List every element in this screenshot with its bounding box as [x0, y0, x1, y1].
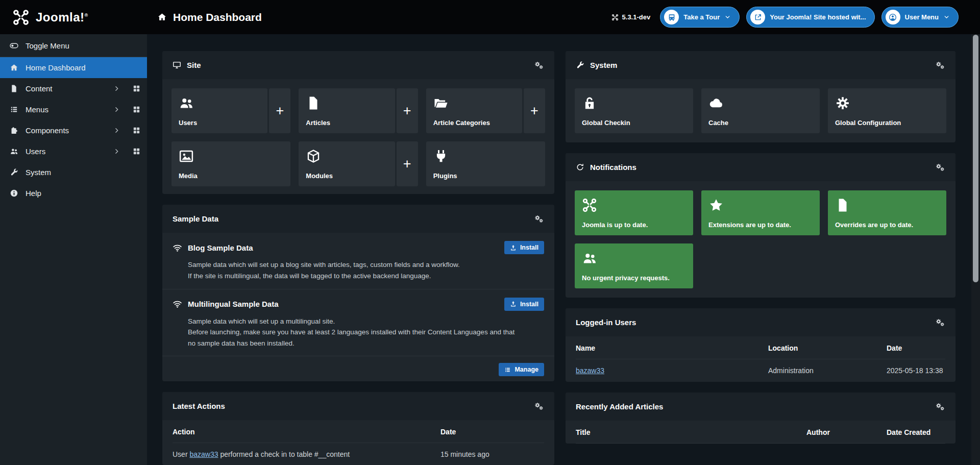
- tile-media[interactable]: Media: [172, 141, 290, 186]
- site-card-header: Site: [162, 51, 554, 79]
- registered-mark: ®: [85, 13, 88, 18]
- lock-icon: [582, 95, 597, 111]
- folder-open-icon: [433, 95, 449, 111]
- extensions-status-tile[interactable]: Extensions are up to date.: [701, 190, 820, 235]
- sidebar-item-components[interactable]: Components: [0, 120, 147, 141]
- bus-icon: [668, 13, 676, 21]
- cogs-icon: [533, 401, 544, 411]
- column-header-location: Location: [768, 344, 887, 352]
- take-a-tour-button[interactable]: Take a Tour: [660, 7, 740, 28]
- scrollbar-thumb[interactable]: [973, 35, 978, 282]
- header-actions: 5.3.1-dev Take a Tour Your Joomla! Site …: [611, 7, 980, 28]
- install-multilingual-sample-button[interactable]: Install: [504, 298, 544, 311]
- sample-data-description: Sample data which will set up a multilin…: [188, 316, 524, 349]
- dashboard-grid-icon[interactable]: [132, 105, 141, 114]
- table-row: User bazaw33 performed a check in to tab…: [173, 443, 544, 465]
- cube-icon: [306, 149, 321, 164]
- tile-cache[interactable]: Cache: [701, 88, 820, 133]
- article-icon: [306, 95, 321, 111]
- tile-users[interactable]: Users: [172, 88, 267, 133]
- list-icon: [10, 105, 18, 114]
- tile-global-checkin[interactable]: Global Checkin: [575, 88, 693, 133]
- sidebar-item-content[interactable]: Content: [0, 78, 147, 99]
- card-options-button[interactable]: [935, 162, 945, 173]
- add-category-button[interactable]: +: [524, 88, 545, 133]
- tile-articles[interactable]: Articles: [299, 88, 395, 133]
- logged-in-users-card: Logged-in Users Name Location Date bazaw…: [566, 308, 955, 382]
- info-icon: [10, 189, 18, 198]
- sidebar-item-users[interactable]: Users: [0, 141, 147, 162]
- card-options-button[interactable]: [935, 401, 945, 412]
- cogs-icon: [533, 60, 544, 70]
- add-module-button[interactable]: +: [397, 141, 418, 186]
- sidebar-item-system[interactable]: System: [0, 162, 147, 183]
- user-link[interactable]: bazaw33: [189, 450, 218, 458]
- latest-actions-card: Latest Actions Action Date User bazaw33 …: [162, 392, 554, 465]
- wifi-icon: [173, 243, 182, 253]
- tile-article-categories[interactable]: Article Categories: [426, 88, 522, 133]
- card-options-button[interactable]: [533, 60, 544, 70]
- tile-plugins[interactable]: Plugins: [426, 141, 545, 186]
- users-icon: [582, 251, 597, 266]
- overrides-status-tile[interactable]: Overrides are up to date.: [828, 190, 946, 235]
- card-options-button[interactable]: [935, 60, 945, 70]
- system-card-header: System: [566, 51, 955, 79]
- chevron-right-icon: [113, 127, 120, 134]
- page-scrollbar[interactable]: [971, 34, 980, 465]
- sample-data-card-header: Sample Data: [162, 205, 554, 233]
- gear-icon: [835, 95, 850, 111]
- user-icon-circle: [886, 10, 900, 25]
- sidebar-item-home-dashboard[interactable]: Home Dashboard: [0, 57, 147, 78]
- site-card: Site Users + Articles +: [162, 51, 554, 194]
- card-title: Latest Actions: [173, 402, 225, 410]
- date-cell: 2025-05-18 13:38: [887, 366, 945, 375]
- logo-text: Joomla!®: [36, 10, 88, 25]
- card-title: System: [590, 61, 617, 69]
- sidebar-item-toggle-menu[interactable]: Toggle Menu: [0, 34, 147, 57]
- puzzle-icon: [10, 126, 18, 135]
- dashboard-grid-icon[interactable]: [132, 126, 141, 135]
- joomla-update-status-tile[interactable]: Joomla is up to date.: [575, 190, 693, 235]
- card-options-button[interactable]: [533, 213, 544, 224]
- card-options-button[interactable]: [533, 401, 544, 411]
- column-header-action: Action: [173, 428, 440, 436]
- dashboard-grid-icon[interactable]: [132, 147, 141, 156]
- column-header-name: Name: [576, 344, 768, 352]
- date-cell: 15 minutes ago: [440, 450, 544, 458]
- page-title-text: Home Dashboard: [173, 11, 262, 23]
- manage-button[interactable]: Manage: [499, 363, 544, 376]
- sidebar-item-menus[interactable]: Menus: [0, 99, 147, 120]
- version-label: 5.3.1-dev: [611, 13, 651, 21]
- chevron-right-icon: [113, 148, 120, 155]
- card-options-button[interactable]: [935, 317, 945, 328]
- recent-articles-card-header: Recently Added Articles: [566, 393, 955, 421]
- joomla-logo[interactable]: Joomla!®: [0, 9, 147, 26]
- page-title: Home Dashboard: [147, 11, 262, 23]
- notifications-card-header: Notifications: [566, 153, 955, 181]
- chevron-down-icon: [943, 14, 950, 20]
- chevron-right-icon: [113, 106, 120, 113]
- user-link[interactable]: bazaw33: [576, 366, 604, 375]
- logged-in-users-card-header: Logged-in Users: [566, 308, 955, 336]
- privacy-requests-tile[interactable]: No urgent privacy requests.: [575, 243, 693, 288]
- add-user-button[interactable]: +: [269, 88, 290, 133]
- multilingual-sample-data-section: Multilingual Sample Data Install Sample …: [162, 289, 554, 356]
- hosted-icon-circle: [750, 10, 765, 25]
- hosted-site-button[interactable]: Your Joomla! Site hosted wit...: [746, 7, 874, 28]
- sidebar-item-help[interactable]: Help: [0, 183, 147, 204]
- table-header: Action Date: [173, 420, 544, 443]
- joomla-logo-icon: [582, 198, 597, 213]
- install-blog-sample-button[interactable]: Install: [504, 241, 544, 254]
- cogs-icon: [935, 401, 945, 412]
- users-icon: [179, 95, 194, 111]
- plug-icon: [433, 149, 449, 164]
- user-menu-button[interactable]: User Menu: [881, 7, 959, 28]
- users-icon: [10, 147, 18, 156]
- cloud-icon: [708, 95, 724, 111]
- tile-global-configuration[interactable]: Global Configuration: [828, 88, 946, 133]
- dashboard-grid-icon[interactable]: [132, 84, 141, 93]
- card-title: Notifications: [590, 163, 636, 172]
- image-icon: [179, 149, 194, 164]
- add-article-button[interactable]: +: [397, 88, 418, 133]
- tile-modules[interactable]: Modules: [299, 141, 395, 186]
